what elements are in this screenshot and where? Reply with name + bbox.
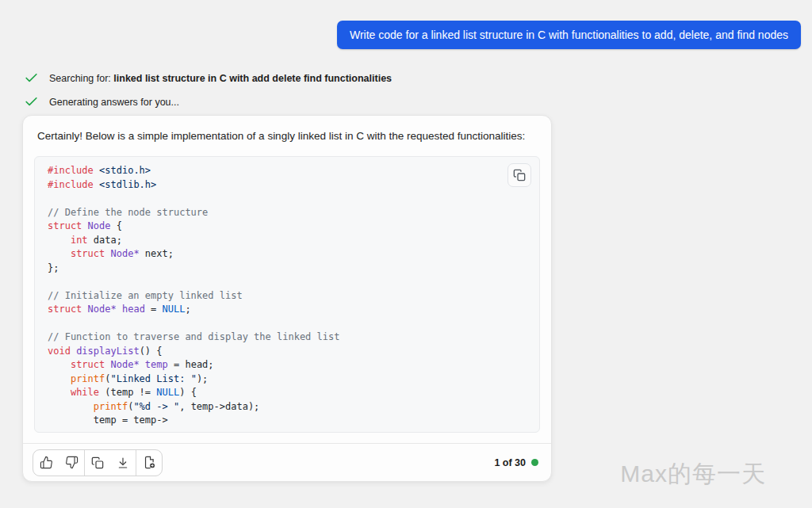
thumbs-down-button[interactable] (59, 450, 84, 476)
download-icon (117, 456, 129, 469)
status-searching-text: Searching for: linked list structure in … (49, 73, 392, 84)
export-file-icon (143, 456, 156, 469)
export-button[interactable] (136, 450, 162, 476)
answer-card: Certainly! Below is a simple implementat… (22, 115, 552, 482)
checkmark-icon (24, 94, 39, 109)
search-query: linked list structure in C with add dele… (113, 73, 392, 84)
status-row-generating: Generating answers for you... (24, 94, 812, 109)
status-list: Searching for: linked list structure in … (24, 71, 812, 109)
copy-icon (513, 169, 526, 181)
copy-answer-button[interactable] (85, 450, 110, 476)
status-row-searching: Searching for: linked list structure in … (24, 71, 812, 86)
status-dot (531, 459, 538, 466)
answer-action-bar (33, 449, 163, 476)
status-generating-text: Generating answers for you... (49, 97, 179, 108)
user-message-bubble: Write code for a linked list structure i… (337, 21, 801, 49)
code-block: #include <stdio.h>#include <stdlib.h> //… (34, 156, 540, 433)
page-indicator: 1 of 30 (494, 457, 538, 468)
user-message-row: Write code for a linked list structure i… (0, 0, 812, 49)
thumbs-up-button[interactable] (33, 450, 59, 476)
answer-intro-text: Certainly! Below is a simple implementat… (23, 116, 551, 144)
copy-icon (91, 456, 104, 469)
download-button[interactable] (110, 450, 136, 476)
checkmark-icon (24, 71, 39, 86)
code-content: #include <stdio.h>#include <stdlib.h> //… (35, 157, 539, 433)
thumbs-down-icon (65, 456, 79, 469)
code-copy-button[interactable] (508, 163, 531, 187)
thumbs-up-icon (40, 456, 53, 469)
answer-footer: 1 of 30 (23, 443, 551, 481)
watermark: Max的每一天 (620, 458, 766, 491)
page-indicator-label: 1 of 30 (494, 457, 526, 468)
